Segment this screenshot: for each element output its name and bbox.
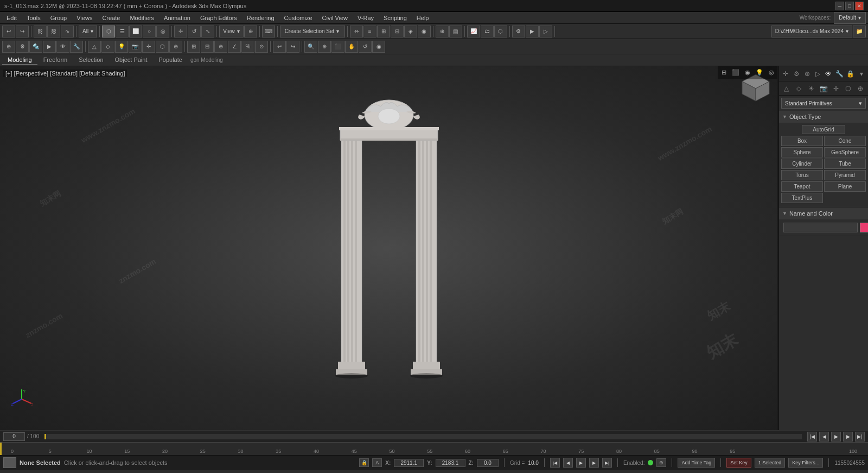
add-time-tag-button[interactable]: Add Time Tag <box>678 458 715 468</box>
display-panel-icon[interactable]: 👁 <box>824 67 834 80</box>
keyboard-shortcut-override[interactable]: ⌨ <box>262 26 275 37</box>
ref-coord-dropdown[interactable]: View ▾ <box>219 26 244 37</box>
center-button[interactable]: ⊕ <box>244 26 257 37</box>
geometry-tool[interactable]: △ <box>88 41 101 53</box>
play-button[interactable]: ▶ <box>831 432 841 442</box>
quick-render-button[interactable]: ▶ <box>526 26 539 37</box>
textplus-button[interactable]: TextPlus <box>781 193 823 203</box>
go-to-end-button[interactable]: ▶| <box>855 432 865 442</box>
undo-scene-button[interactable]: ↩ <box>273 41 286 53</box>
vp-shading-button[interactable]: ⬛ <box>730 66 742 78</box>
prev-key-button[interactable]: ◀ <box>819 432 829 442</box>
menu-group[interactable]: Group <box>46 12 72 23</box>
mirror-button[interactable]: ⇔ <box>350 26 363 37</box>
torus-button[interactable]: Torus <box>781 170 823 180</box>
field-of-view-button[interactable]: ◉ <box>372 41 385 53</box>
graph-editor-button[interactable]: 📈 <box>467 26 480 37</box>
next-key-button[interactable]: ▶ <box>843 432 853 442</box>
helpers-tool[interactable]: ✛ <box>142 41 155 53</box>
selection-filter-dropdown[interactable]: All ▾ <box>79 26 97 37</box>
go-to-start-button[interactable]: |◀ <box>807 432 817 442</box>
vp-perspective-button[interactable]: ⊞ <box>718 66 730 78</box>
enabled-toggle[interactable]: ⊕ <box>656 458 666 467</box>
ribbon-toggle[interactable]: ▤ <box>449 26 462 37</box>
angle-snap[interactable]: ∠ <box>228 41 241 53</box>
plane-button[interactable]: Plane <box>824 181 866 192</box>
material-editor-button[interactable]: ⬡ <box>494 26 507 37</box>
menu-tools[interactable]: Tools <box>22 12 45 23</box>
align-view-button[interactable]: ⊞ <box>377 26 390 37</box>
geosphere-button[interactable]: GeoSphere <box>824 147 866 157</box>
redo-button[interactable]: ↪ <box>16 26 29 37</box>
cone-button[interactable]: Cone <box>824 136 866 146</box>
panel-lock-icon[interactable]: 🔒 <box>846 67 856 80</box>
z-coord-field[interactable]: 0.0 <box>477 459 499 467</box>
systems-type-icon[interactable]: ⊕ <box>854 82 866 95</box>
cylinder-button[interactable]: Cylinder <box>781 159 823 169</box>
arc-rotate-button[interactable]: ↺ <box>359 41 372 53</box>
vp-material-button[interactable]: ◉ <box>742 66 754 78</box>
status-go-start-button[interactable]: |◀ <box>550 458 560 468</box>
menu-create[interactable]: Create <box>98 12 124 23</box>
shapes-type-icon[interactable]: ◇ <box>793 82 805 95</box>
snap-toggle-2d[interactable]: ⊞ <box>187 41 200 53</box>
place-highlight-button[interactable]: ◈ <box>404 26 417 37</box>
file-browse-button[interactable]: 📁 <box>853 26 866 37</box>
hierarchy-tab[interactable]: 🔩 <box>29 41 42 53</box>
shapes-tool[interactable]: ◇ <box>101 41 114 53</box>
menu-modifiers[interactable]: Modifiers <box>125 12 158 23</box>
teapot-button[interactable]: Teapot <box>781 181 823 192</box>
select-move-button[interactable]: ✛ <box>174 26 187 37</box>
tab-modeling[interactable]: Modeling <box>2 55 37 65</box>
unlink-button[interactable]: ⛓ <box>47 26 60 37</box>
menu-views[interactable]: Views <box>72 12 97 23</box>
panel-settings-icon[interactable]: ▾ <box>856 67 866 80</box>
zoom-button[interactable]: 🔍 <box>304 41 317 53</box>
box-button[interactable]: Box <box>781 136 823 146</box>
menu-customize[interactable]: Customize <box>280 12 317 23</box>
pan-button[interactable]: ✋ <box>345 41 358 53</box>
bind-to-space-warp[interactable]: ∿ <box>61 26 74 37</box>
lights-tool[interactable]: 💡 <box>115 41 128 53</box>
menu-civil-view[interactable]: Civil View <box>318 12 352 23</box>
vp-transparency-button[interactable]: ◎ <box>765 66 777 78</box>
utilities-panel-icon[interactable]: 🔧 <box>834 67 845 80</box>
lights-type-icon[interactable]: ☀ <box>805 82 817 95</box>
menu-scripting[interactable]: Scripting <box>379 12 411 23</box>
key-filters-button[interactable]: Key Filters... <box>788 458 823 468</box>
menu-edit[interactable]: Edit <box>2 12 21 23</box>
helpers-type-icon[interactable]: ✛ <box>830 82 842 95</box>
status-next-frame-button[interactable]: ▶ <box>589 458 599 468</box>
spacewarps-tool[interactable]: ⬡ <box>156 41 169 53</box>
menu-vray[interactable]: V-Ray <box>353 12 378 23</box>
redo-scene-button[interactable]: ↪ <box>286 41 299 53</box>
menu-animation[interactable]: Animation <box>159 12 195 23</box>
normal-align-button[interactable]: ⊟ <box>391 26 404 37</box>
viewport[interactable]: [+] [Perspective] [Standard] [Default Sh… <box>0 66 778 430</box>
timeline-scrubber[interactable] <box>44 434 802 439</box>
rect-select-button[interactable]: ⬜ <box>129 26 142 37</box>
tab-object-paint[interactable]: Object Paint <box>110 55 153 65</box>
select-scale-button[interactable]: ⤡ <box>201 26 214 37</box>
set-key-button[interactable]: Set Key <box>726 458 751 468</box>
sphere-button[interactable]: Sphere <box>781 147 823 157</box>
cameras-type-icon[interactable]: 📷 <box>818 82 829 95</box>
geometry-type-icon[interactable]: △ <box>781 82 793 95</box>
select-object-button[interactable]: ⬡ <box>102 26 115 37</box>
motion-tab[interactable]: ▶ <box>43 41 56 53</box>
select-rotate-button[interactable]: ↺ <box>188 26 201 37</box>
create-tab[interactable]: ⊕ <box>2 41 15 53</box>
create-selection-set-button[interactable]: Create Selection Set ▾ <box>280 26 345 37</box>
systems-tool[interactable]: ⊕ <box>169 41 182 53</box>
status-play-pause-button[interactable]: ▶ <box>576 458 586 468</box>
menu-help[interactable]: Help <box>412 12 433 23</box>
circle-select-button[interactable]: ○ <box>143 26 156 37</box>
close-button[interactable]: ✕ <box>855 2 864 10</box>
status-go-end-button[interactable]: ▶| <box>602 458 612 468</box>
autogrid-button[interactable]: AutoGrid <box>802 125 845 134</box>
tab-populate[interactable]: Populate <box>153 55 187 65</box>
status-prev-frame-button[interactable]: ◀ <box>563 458 573 468</box>
spacewarps-type-icon[interactable]: ⬡ <box>843 82 854 95</box>
vp-light-button[interactable]: 💡 <box>754 66 765 78</box>
y-coord-field[interactable]: 2183.1 <box>436 459 465 467</box>
